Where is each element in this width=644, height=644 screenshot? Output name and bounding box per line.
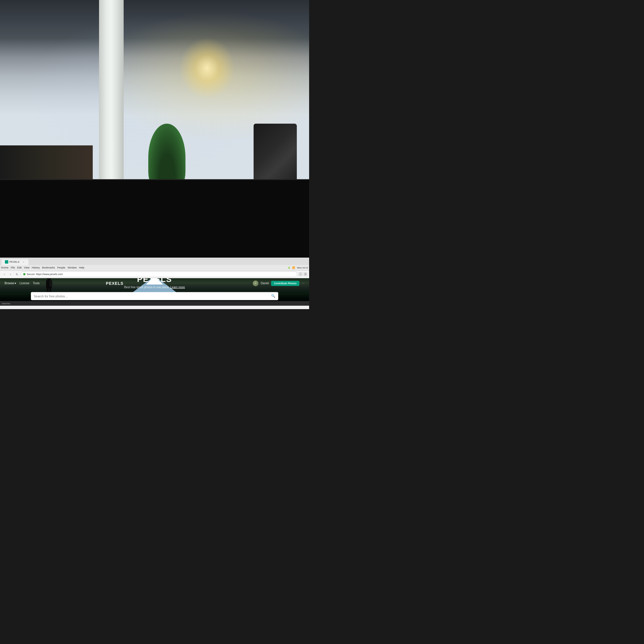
nav-browse[interactable]: Browse ▾: [5, 282, 16, 285]
pexels-website: Browse ▾ License Tools PEXELS D Daniel C…: [0, 278, 309, 301]
hero-title: PEXELS: [31, 278, 278, 284]
secure-label: Secure: [27, 273, 35, 276]
menu-edit[interactable]: Edit: [17, 266, 22, 269]
browser-menubar: hrome File Edit View History Bookmarks P…: [0, 265, 309, 271]
back-button[interactable]: ‹: [2, 272, 7, 277]
bookmark-icon[interactable]: ☆: [299, 272, 303, 276]
menubar-right-icons: 🔋 📶 Wed 16:15: [288, 266, 308, 269]
window-glare: [179, 37, 235, 99]
browser-tab-bar: PEXELS ×: [0, 258, 309, 265]
learn-more-link[interactable]: Learn more: [170, 285, 185, 289]
search-input[interactable]: [34, 294, 268, 298]
menu-help[interactable]: Help: [79, 266, 84, 269]
address-bar-row: ‹ › ↻ Secure https://www.pexels.com ☆ ⚙: [0, 271, 309, 278]
office-pillar: [99, 0, 124, 192]
browse-label: Browse: [5, 282, 14, 285]
wifi-icon: 📶: [292, 266, 295, 269]
searches-label: Searches: [2, 303, 10, 305]
secure-icon: [23, 273, 25, 275]
subtitle-text: Best free stock photos in one place.: [124, 285, 169, 289]
menu-file[interactable]: File: [11, 266, 15, 269]
clock: Wed 16:15: [297, 266, 308, 269]
menu-history[interactable]: History: [32, 266, 40, 269]
monitor-bezel: PEXELS × hrome File Edit View History Bo…: [0, 179, 309, 309]
browse-chevron-icon: ▾: [15, 282, 16, 285]
refresh-button[interactable]: ↻: [14, 272, 19, 277]
tab-favicon: [5, 260, 8, 264]
menu-bookmarks[interactable]: Bookmarks: [42, 266, 55, 269]
menu-view[interactable]: View: [24, 266, 29, 269]
battery-icon: 🔋: [288, 266, 291, 269]
browser-statusbar: Searches: [0, 301, 309, 306]
tab-title: PEXELS: [9, 260, 19, 263]
address-field[interactable]: Secure https://www.pexels.com: [21, 271, 297, 277]
browser-window: PEXELS × hrome File Edit View History Bo…: [0, 258, 309, 309]
forward-button[interactable]: ›: [8, 272, 13, 277]
menu-window[interactable]: Window: [68, 266, 77, 269]
pexels-hero: PEXELS Best free stock photos in one pla…: [31, 278, 278, 301]
menu-chrome[interactable]: hrome: [1, 266, 9, 269]
extensions-icon[interactable]: ⚙: [303, 272, 307, 276]
address-bar-actions: ☆ ⚙: [299, 272, 307, 276]
browser-tab[interactable]: PEXELS ×: [1, 259, 29, 265]
search-icon: 🔍: [271, 294, 275, 298]
url-text: https://www.pexels.com: [36, 273, 63, 276]
menu-people[interactable]: People: [57, 266, 65, 269]
hero-subtitle: Best free stock photos in one place. Lea…: [31, 285, 278, 289]
more-options-icon[interactable]: ⋯: [302, 282, 305, 285]
nav-license[interactable]: License: [19, 282, 29, 285]
search-bar[interactable]: 🔍: [31, 292, 278, 300]
tab-close-button[interactable]: ×: [22, 260, 25, 264]
